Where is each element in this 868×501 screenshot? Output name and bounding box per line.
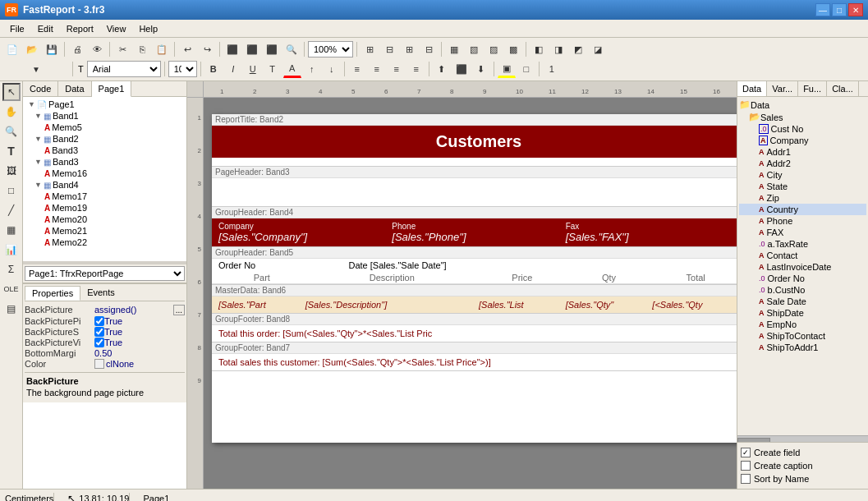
- cut-button[interactable]: ✂: [113, 40, 131, 58]
- field-lastinvoicedate[interactable]: A LastInvoiceDate: [739, 261, 866, 273]
- hand-tool[interactable]: ✋: [2, 103, 21, 121]
- tree-band2[interactable]: ▼ ▦ Band2: [25, 133, 185, 145]
- align-center-button[interactable]: ⬛: [243, 40, 261, 58]
- subreport-tool[interactable]: ▤: [2, 300, 21, 318]
- tree-memo17[interactable]: A Memo17: [25, 191, 185, 202]
- menu-help[interactable]: Help: [132, 22, 164, 35]
- props-tab-events[interactable]: Events: [80, 286, 122, 301]
- font-extra3[interactable]: ↓: [323, 60, 341, 78]
- tree-memo21[interactable]: A Memo21: [25, 225, 185, 237]
- tree-memo22[interactable]: A Memo22: [25, 237, 185, 248]
- cb-create-field[interactable]: ✓ Create field: [741, 446, 865, 459]
- field-city[interactable]: A City: [739, 169, 866, 181]
- select-tool[interactable]: ↖: [2, 83, 21, 101]
- cb-create-caption-box[interactable]: [741, 461, 751, 471]
- misc6-button[interactable]: ▩: [504, 40, 522, 58]
- font-extra2[interactable]: ↑: [303, 60, 321, 78]
- sum-tool[interactable]: Σ: [2, 260, 21, 278]
- font-family-dropdown[interactable]: Arial: [87, 61, 161, 77]
- field-shiptocontact[interactable]: A ShipToContact: [739, 330, 866, 342]
- field-empno[interactable]: A EmpNo: [739, 319, 866, 330]
- grid-button[interactable]: ⊞: [361, 40, 379, 58]
- field-saledate[interactable]: A Sale Date: [739, 296, 866, 307]
- text-tool[interactable]: T: [2, 142, 21, 160]
- new-button[interactable]: 📄: [3, 40, 21, 58]
- misc8-button[interactable]: ◨: [549, 40, 567, 58]
- misc-f1[interactable]: 1: [543, 60, 561, 78]
- field-taxrate[interactable]: .0 a.TaxRate: [739, 238, 866, 250]
- align-right-button[interactable]: ⬛: [263, 40, 281, 58]
- align-right-text[interactable]: ≡: [388, 60, 406, 78]
- barcode-tool[interactable]: ▦: [2, 221, 21, 239]
- tree-memo5[interactable]: A Memo5: [25, 122, 185, 133]
- font-extra1[interactable]: T: [264, 60, 282, 78]
- redo-button[interactable]: ↪: [198, 40, 216, 58]
- line-tool[interactable]: ╱: [2, 201, 21, 219]
- field-zip[interactable]: A Zip: [739, 192, 866, 204]
- underline-button[interactable]: U: [244, 60, 262, 78]
- open-button[interactable]: 📂: [23, 40, 41, 58]
- ole-tool[interactable]: OLE: [2, 280, 21, 298]
- field-country[interactable]: A Country: [739, 204, 866, 215]
- highlight-color[interactable]: ▣: [498, 60, 516, 78]
- print-button[interactable]: 🖨: [68, 40, 86, 58]
- shape-tool[interactable]: □: [2, 182, 21, 200]
- tree-memo6[interactable]: A Band3: [25, 145, 185, 156]
- maximize-button[interactable]: □: [832, 3, 847, 16]
- preview-button[interactable]: 👁: [88, 40, 106, 58]
- color-swatch[interactable]: [94, 359, 104, 369]
- misc5-button[interactable]: ▨: [485, 40, 503, 58]
- cb-sort-by-name[interactable]: Sort by Name: [741, 472, 865, 485]
- font-color[interactable]: A: [283, 60, 301, 78]
- menu-file[interactable]: File: [3, 22, 31, 35]
- save-button[interactable]: 💾: [43, 40, 61, 58]
- align-left-text[interactable]: ≡: [348, 60, 366, 78]
- data-root[interactable]: 📁 Data: [739, 99, 866, 111]
- misc2-button[interactable]: ⊟: [420, 40, 438, 58]
- misc3-button[interactable]: ▦: [445, 40, 463, 58]
- field-addr1[interactable]: A Addr1: [739, 146, 866, 158]
- right-tab-fu[interactable]: Fu...: [798, 81, 827, 96]
- picture-tool[interactable]: 🖼: [2, 162, 21, 180]
- align-left-button[interactable]: ⬛: [223, 40, 241, 58]
- zoom-in-button[interactable]: 🔍: [282, 40, 301, 58]
- valign-middle[interactable]: ⬛: [452, 60, 471, 78]
- misc9-button[interactable]: ◩: [569, 40, 587, 58]
- field-custno[interactable]: .0 Cust No: [739, 123, 866, 135]
- copy-button[interactable]: ⎘: [133, 40, 151, 58]
- right-tab-var[interactable]: Var...: [767, 81, 798, 96]
- cb-create-field-box[interactable]: ✓: [741, 448, 751, 457]
- undo-button[interactable]: ↩: [178, 40, 196, 58]
- field-state[interactable]: A State: [739, 181, 866, 192]
- misc4-button[interactable]: ▧: [465, 40, 483, 58]
- tab-page1[interactable]: Page1: [92, 81, 132, 97]
- prop-backpictures-check[interactable]: [94, 327, 104, 337]
- field-contact[interactable]: A Contact: [739, 250, 866, 261]
- zoom-tool[interactable]: 🔍: [2, 122, 21, 140]
- close-button[interactable]: ✕: [848, 3, 863, 16]
- bold-button[interactable]: B: [204, 60, 223, 78]
- italic-button[interactable]: I: [224, 60, 242, 78]
- tree-band4[interactable]: ▼ ▦ Band4: [25, 179, 185, 191]
- misc1-button[interactable]: ⊞: [400, 40, 418, 58]
- tree-memo19[interactable]: A Memo19: [25, 202, 185, 214]
- paste-button[interactable]: 📋: [153, 40, 171, 58]
- snap-button[interactable]: ⊟: [380, 40, 398, 58]
- menu-report[interactable]: Report: [60, 22, 100, 35]
- field-bcustno[interactable]: .0 b.CustNo: [739, 284, 866, 296]
- data-sales-folder[interactable]: 📂 Sales: [739, 111, 866, 123]
- menu-edit[interactable]: Edit: [31, 22, 60, 35]
- field-addr2[interactable]: A Addr2: [739, 158, 866, 169]
- tree-band3[interactable]: ▼ ▦ Band3: [25, 156, 185, 168]
- chart-tool[interactable]: 📊: [2, 241, 21, 259]
- font-size-dropdown[interactable]: 10: [168, 61, 197, 77]
- tree-page1[interactable]: ▼ 📄 Page1: [25, 99, 185, 110]
- style-btn[interactable]: ▼: [3, 60, 69, 78]
- field-company[interactable]: A Company: [739, 135, 866, 146]
- tab-code[interactable]: Code: [23, 81, 58, 96]
- field-shiptoadr1[interactable]: A ShipToAddr1: [739, 342, 866, 353]
- align-center-text[interactable]: ≡: [368, 60, 386, 78]
- prop-backpicturepi-check[interactable]: [94, 316, 104, 326]
- prop-backpicturevi-check[interactable]: [94, 338, 104, 347]
- zoom-dropdown[interactable]: 100%: [308, 41, 353, 57]
